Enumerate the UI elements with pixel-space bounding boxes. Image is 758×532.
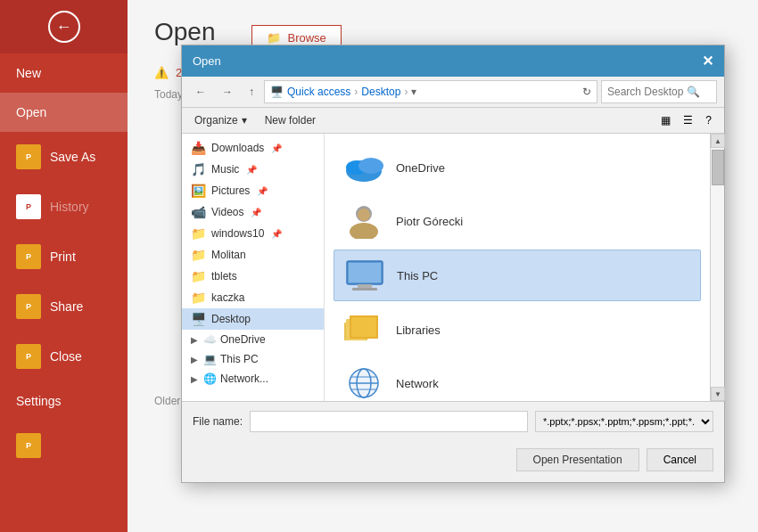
sidebar-item-history: P History (0, 182, 128, 232)
ppt-icon-close: P (16, 344, 41, 369)
svg-point-4 (350, 223, 378, 239)
filetype-select[interactable]: *.pptx;*.ppsx;*.pptm;*.ppsm;*.ppt;*.pps; (535, 411, 713, 432)
main-area: Open 📁 Browse ⚠️ 2 files need your atten… (128, 0, 758, 532)
file-item-onedrive[interactable]: OneDrive (334, 143, 701, 192)
back-icon: ← (48, 11, 80, 43)
kaczka-folder-icon: 📁 (191, 291, 206, 305)
downloads-folder-icon: 📥 (191, 141, 206, 155)
nav-item-desktop[interactable]: 🖥️ Desktop (182, 308, 324, 330)
sidebar-item-print[interactable]: P Print (0, 232, 128, 282)
organize-button[interactable]: Organize ▾ (189, 112, 252, 128)
sidebar: ← New Open P Save As P History P Print P… (0, 0, 128, 532)
nav-item-videos[interactable]: 📹 Videos 📌 (182, 201, 324, 223)
onedrive-icon (342, 150, 385, 185)
folder-icon: 📁 (267, 31, 281, 45)
breadcrumb-bar: 🖥️ Quick access › Desktop › ▾ ↻ (264, 80, 597, 103)
thispc-tree-icon: 💻 (203, 353, 217, 365)
sidebar-recent-ppt[interactable]: P (0, 421, 128, 471)
scroll-down-arrow[interactable]: ▼ (711, 387, 725, 401)
dialog-close-button[interactable]: ✕ (702, 53, 713, 70)
back-button[interactable]: ← (0, 0, 128, 53)
network-icon (342, 365, 385, 401)
sidebar-label-new: New (16, 66, 41, 80)
scroll-thumb[interactable] (712, 150, 724, 185)
scroll-up-arrow[interactable]: ▲ (711, 134, 725, 148)
pictures-folder-icon: 🖼️ (191, 184, 206, 198)
file-item-network[interactable]: Network (334, 358, 701, 401)
file-label-onedrive: OneDrive (396, 161, 445, 175)
new-folder-button[interactable]: New folder (260, 112, 321, 128)
organize-label: Organize (194, 114, 238, 127)
sidebar-label-settings: Settings (16, 394, 62, 408)
dialog-organize-toolbar: Organize ▾ New folder ▦ ☰ ? (182, 108, 724, 134)
sidebar-label-history: History (50, 200, 89, 214)
vertical-scrollbar[interactable]: ▲ ▼ (710, 134, 724, 401)
nav-item-pictures[interactable]: 🖼️ Pictures 📌 (182, 180, 324, 201)
organize-dropdown-icon: ▾ (242, 114, 247, 127)
ppt-icon-share: P (16, 294, 41, 319)
sidebar-item-saveas[interactable]: P Save As (0, 132, 128, 182)
dialog-nav-toolbar: ← → ↑ 🖥️ Quick access › Desktop › ▾ ↻ 🔍 (182, 77, 724, 108)
file-item-thispc[interactable]: This PC (334, 250, 701, 301)
pin-icon-music: 📌 (246, 165, 257, 175)
sidebar-item-share[interactable]: P Share (0, 282, 128, 331)
view-help-button[interactable]: ? (700, 111, 717, 129)
ppt-icon-recent: P (16, 433, 41, 458)
files-area: OneDrive Piotr Górecki (325, 134, 710, 401)
pin-icon-downloads: 📌 (271, 143, 282, 153)
filename-input[interactable] (250, 411, 528, 432)
tree-item-network[interactable]: ▶ 🌐 Network... (182, 369, 324, 389)
open-presentation-button[interactable]: Open Presentation (516, 448, 639, 471)
videos-folder-icon: 📹 (191, 205, 206, 219)
file-item-libraries[interactable]: Libraries (334, 305, 701, 355)
filename-label: File name: (193, 415, 243, 428)
nav-item-music[interactable]: 🎵 Music 📌 (182, 159, 324, 180)
svg-point-19 (350, 369, 378, 397)
cancel-button[interactable]: Cancel (647, 448, 713, 471)
pin-icon-windows10: 📌 (271, 229, 282, 239)
sidebar-label-close: Close (50, 349, 82, 364)
refresh-button[interactable]: ↻ (582, 86, 591, 98)
nav-up-button[interactable]: ↑ (243, 82, 260, 102)
nav-back-button[interactable]: ← (189, 82, 212, 102)
libraries-icon (342, 312, 385, 348)
nav-label-videos: Videos (211, 206, 243, 218)
nav-label-pictures: Pictures (211, 184, 250, 197)
sidebar-item-open[interactable]: Open (0, 93, 128, 132)
sidebar-item-new[interactable]: New (0, 53, 128, 93)
scroll-track[interactable] (711, 148, 724, 387)
expand-arrow-onedrive: ▶ (191, 335, 200, 345)
file-item-piotr[interactable]: Piotr Górecki (334, 196, 701, 246)
sidebar-label-open: Open (16, 105, 46, 119)
tree-item-onedrive[interactable]: ▶ ☁️ OneDrive (182, 330, 324, 349)
tree-label-onedrive: OneDrive (220, 333, 266, 346)
nav-label-downloads: Downloads (211, 142, 264, 154)
sidebar-item-settings[interactable]: Settings (0, 381, 128, 421)
view-details-button[interactable]: ☰ (678, 111, 698, 129)
nav-item-tblets[interactable]: 📁 tblets (182, 266, 324, 287)
svg-rect-7 (349, 263, 381, 282)
ppt-icon-saveas: P (16, 144, 41, 169)
search-input[interactable] (607, 86, 683, 98)
tree-label-network: Network... (220, 372, 268, 385)
nav-forward-button[interactable]: → (216, 82, 239, 102)
sidebar-item-close[interactable]: P Close (0, 331, 128, 381)
breadcrumb-dropdown[interactable]: ▾ (411, 86, 416, 98)
nav-item-downloads[interactable]: 📥 Downloads 📌 (182, 137, 324, 159)
nav-label-molitan: Molitan (211, 249, 246, 261)
dialog-bottom-bar: File name: *.pptx;*.ppsx;*.pptm;*.ppsm;*… (182, 401, 724, 441)
nav-item-molitan[interactable]: 📁 Molitan (182, 244, 324, 266)
svg-rect-13 (351, 317, 376, 337)
nav-item-windows10[interactable]: 📁 windows10 📌 (182, 223, 324, 244)
view-list-button[interactable]: ▦ (655, 111, 676, 129)
expand-arrow-network: ▶ (191, 374, 200, 384)
nav-label-desktop: Desktop (211, 313, 251, 325)
nav-item-kaczka[interactable]: 📁 kaczka (182, 287, 324, 308)
view-buttons: ▦ ☰ ? (655, 111, 717, 129)
breadcrumb-item-desktop[interactable]: Desktop (361, 86, 400, 98)
breadcrumb-item-quick[interactable]: Quick access (287, 86, 350, 98)
tree-item-thispc[interactable]: ▶ 💻 This PC (182, 349, 324, 369)
file-label-piotr: Piotr Górecki (396, 215, 463, 228)
nav-panel: 📥 Downloads 📌 🎵 Music 📌 🖼️ Pictures 📌 📹 (182, 134, 325, 401)
svg-point-2 (358, 158, 383, 174)
